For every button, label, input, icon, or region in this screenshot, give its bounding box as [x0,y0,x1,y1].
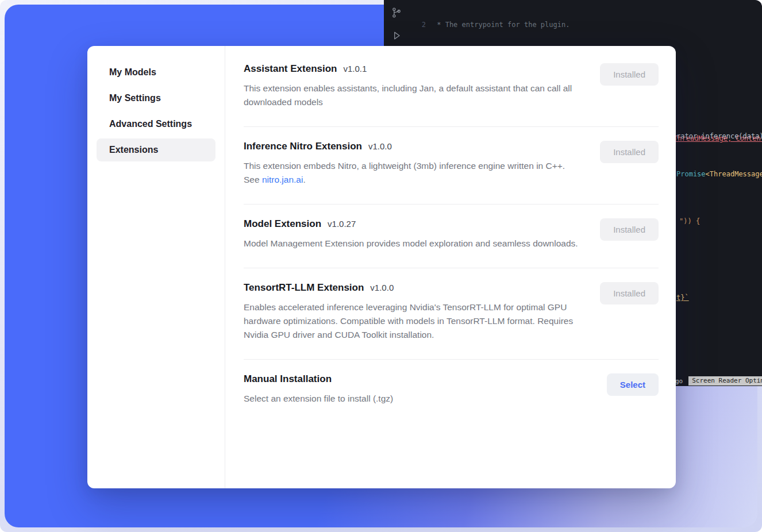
extension-item-inference-nitro: Inference Nitro Extensionv1.0.0 This ext… [244,127,659,205]
extension-item-assistant: Assistant Extensionv1.0.1 This extension… [244,49,659,127]
manual-installation-section: Manual Installation Select an extension … [244,360,659,423]
select-file-button[interactable]: Select [607,373,659,396]
manual-installation-title-row: Manual Installation [244,373,393,385]
git-branch-icon[interactable] [391,7,402,18]
extension-description: Model Management Extension provides mode… [244,237,578,250]
extension-info: Inference Nitro Extensionv1.0.0 This ext… [244,141,580,187]
extension-name: Model Extension [244,218,321,229]
extension-description: Enables accelerated inference leveraging… [244,300,580,342]
extension-version: v1.0.27 [328,219,356,229]
installed-button[interactable]: Installed [600,141,659,163]
sidebar-item-advanced-settings[interactable]: Advanced Settings [97,113,215,136]
extension-title-row: Assistant Extensionv1.0.1 [244,63,580,75]
sidebar-item-my-settings[interactable]: My Settings [97,87,215,110]
code-fragment-type: Promise [676,170,706,178]
code-line: 2 * The entrypoint for the plugin. [410,20,762,30]
code-text: * The entrypoint for the plugin. [433,21,569,29]
installed-button[interactable]: Installed [600,218,659,241]
extension-item-model: Model Extensionv1.0.27 Model Management … [244,205,659,268]
settings-modal: My Models My Settings Advanced Settings … [87,46,676,488]
extensions-panel: Assistant Extensionv1.0.1 This extension… [225,46,676,488]
sidebar-item-my-models[interactable]: My Models [97,61,215,84]
code-fragment: Promise<ThreadMessage> [676,170,762,178]
code-fragment: ")) { [679,217,700,225]
extension-description: This extension embeds Nitro, a lightweig… [244,159,580,187]
extension-info: Assistant Extensionv1.0.1 This extension… [244,63,580,109]
extension-info: Model Extensionv1.0.27 Model Management … [244,218,578,250]
code-fragment-generic: <ThreadMessage> [706,170,762,178]
screen-reader-notice: Screen Reader Optimize [688,376,762,385]
nitro-link[interactable]: nitro.jan.ai [262,175,303,184]
extension-name: Assistant Extension [244,63,337,74]
extension-name: Inference Nitro Extension [244,141,362,152]
description-text: . [303,175,305,184]
extension-item-tensorrt-llm: TensortRT-LLM Extensionv1.0.0 Enables ac… [244,268,659,360]
extension-description: This extension enables assistants, inclu… [244,82,580,109]
extension-title-row: TensortRT-LLM Extensionv1.0.0 [244,282,580,294]
code-fragment: rator.inference(data)); [676,132,762,140]
run-icon[interactable] [391,30,402,41]
line-number: 2 [410,20,426,30]
manual-installation-title: Manual Installation [244,373,332,384]
extension-name: TensortRT-LLM Extension [244,282,364,293]
extension-title-row: Model Extensionv1.0.27 [244,218,578,230]
code-fragment: t}` [676,294,689,302]
settings-sidebar: My Models My Settings Advanced Settings … [87,46,225,488]
installed-button[interactable]: Installed [600,282,659,304]
sidebar-item-extensions[interactable]: Extensions [97,138,215,161]
manual-installation-info: Manual Installation Select an extension … [244,373,393,406]
extension-version: v1.0.0 [370,283,394,292]
status-text: go [675,377,683,385]
extension-version: v1.0.0 [368,141,392,151]
extension-info: TensortRT-LLM Extensionv1.0.0 Enables ac… [244,282,580,342]
scene: 2 * The entrypoint for the plugin. 3 */ … [0,0,762,532]
extension-title-row: Inference Nitro Extensionv1.0.0 [244,141,580,152]
installed-button[interactable]: Installed [600,63,659,86]
manual-installation-description: Select an extension file to install (.tg… [244,392,393,406]
extension-version: v1.0.1 [344,64,367,74]
